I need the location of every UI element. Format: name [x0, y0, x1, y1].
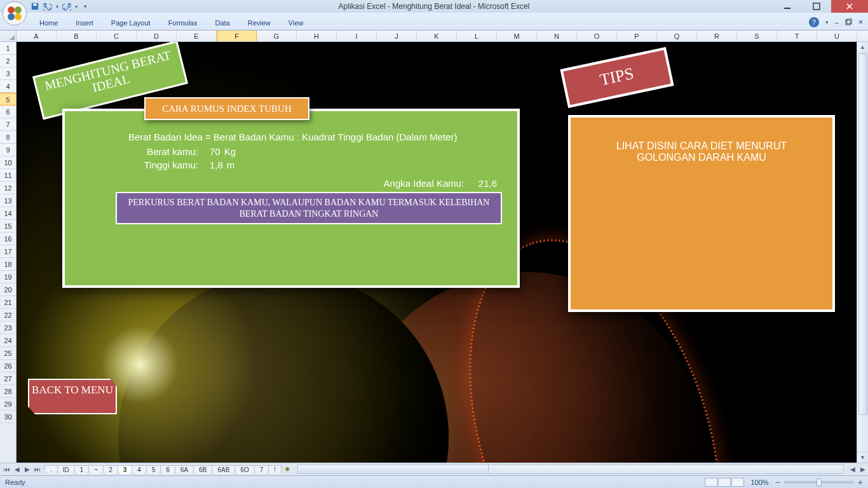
hscroll-thumb[interactable]: [298, 465, 489, 473]
row-header[interactable]: 8: [0, 131, 16, 144]
row-header[interactable]: 17: [0, 245, 16, 258]
row-header[interactable]: 2: [0, 55, 16, 67]
column-header[interactable]: T: [777, 30, 817, 41]
vertical-scrollbar[interactable]: ▲ ▼: [857, 42, 868, 463]
sheet-tab[interactable]: 5: [146, 465, 161, 474]
sheet-tab[interactable]: 6AB: [212, 465, 235, 474]
redo-icon[interactable]: [62, 2, 71, 11]
ribbon-tab-insert[interactable]: Insert: [67, 17, 102, 30]
select-all-button[interactable]: [0, 30, 17, 41]
sheet-nav-next-icon[interactable]: ▶: [23, 466, 32, 473]
row-header[interactable]: 28: [0, 385, 16, 398]
mdi-close-icon[interactable]: ×: [858, 18, 863, 27]
horizontal-scrollbar[interactable]: [297, 464, 844, 474]
page-break-view-button[interactable]: [731, 478, 744, 487]
column-header[interactable]: P: [617, 30, 657, 41]
mdi-restore-icon[interactable]: [845, 18, 852, 27]
column-header[interactable]: G: [257, 30, 297, 41]
insert-sheet-icon[interactable]: ✸: [285, 466, 290, 473]
column-header[interactable]: M: [497, 30, 537, 41]
ribbon-tab-home[interactable]: Home: [31, 17, 67, 30]
column-header[interactable]: D: [137, 30, 177, 41]
row-header[interactable]: 4: [0, 80, 16, 93]
row-header[interactable]: 27: [0, 372, 16, 385]
row-header[interactable]: 15: [0, 220, 16, 233]
save-icon[interactable]: [31, 2, 39, 11]
page-layout-view-button[interactable]: [718, 478, 731, 487]
sheet-tab[interactable]: .: [44, 465, 58, 474]
row-header[interactable]: 18: [0, 258, 16, 271]
normal-view-button[interactable]: [705, 478, 717, 487]
row-header[interactable]: 9: [0, 144, 16, 156]
weight-value[interactable]: 70: [210, 145, 220, 158]
cell-canvas[interactable]: MENGHITUNG BERAT IDEAL CARA RUMUS INDEX …: [17, 42, 868, 463]
close-button[interactable]: [831, 0, 868, 13]
ribbon-tab-review[interactable]: Review: [239, 17, 280, 30]
qat-customize-icon[interactable]: ▾: [84, 3, 87, 10]
maximize-button[interactable]: [802, 0, 831, 13]
back-to-menu-button[interactable]: BACK TO MENU: [28, 379, 117, 414]
row-header[interactable]: 7: [0, 118, 16, 131]
row-header[interactable]: 23: [0, 322, 16, 334]
sheet-tab[interactable]: 7: [254, 465, 269, 474]
redo-dropdown-icon[interactable]: ▾: [75, 4, 78, 10]
ribbon-tab-page-layout[interactable]: Page Layout: [102, 17, 159, 30]
ribbon-tab-view[interactable]: View: [280, 17, 313, 30]
row-header[interactable]: 6: [0, 105, 16, 118]
column-header[interactable]: L: [457, 30, 497, 41]
hscroll-right-icon[interactable]: ▶: [858, 466, 868, 473]
office-button[interactable]: [3, 1, 27, 25]
sheet-tab[interactable]: 1: [74, 465, 90, 474]
sheet-tab[interactable]: 6B: [193, 465, 212, 474]
zoom-percent[interactable]: 100%: [750, 478, 768, 486]
mdi-minimize-icon[interactable]: –: [835, 18, 839, 26]
scroll-down-icon[interactable]: ▼: [857, 452, 868, 463]
sheet-tab[interactable]: 6: [160, 465, 175, 474]
sheet-tab[interactable]: 6O: [234, 465, 254, 474]
column-header[interactable]: B: [57, 30, 97, 41]
row-header[interactable]: 24: [0, 334, 16, 347]
column-header[interactable]: A: [17, 30, 57, 41]
row-header[interactable]: 10: [0, 156, 16, 169]
row-header[interactable]: 20: [0, 283, 16, 296]
column-header[interactable]: I: [337, 30, 377, 41]
sheet-nav-prev-icon[interactable]: ◀: [13, 466, 22, 473]
row-header[interactable]: 29: [0, 398, 16, 410]
column-header[interactable]: Q: [657, 30, 697, 41]
zoom-in-icon[interactable]: +: [858, 477, 863, 487]
help-icon[interactable]: ?: [809, 17, 819, 27]
row-header[interactable]: 3: [0, 67, 16, 80]
zoom-out-icon[interactable]: −: [775, 477, 780, 487]
row-header[interactable]: 11: [0, 169, 16, 182]
row-header[interactable]: 14: [0, 207, 16, 220]
sheet-tab[interactable]: ~: [88, 465, 104, 474]
undo-dropdown-icon[interactable]: ▾: [56, 4, 58, 10]
ribbon-tab-data[interactable]: Data: [206, 17, 238, 30]
sheet-tab[interactable]: 3: [118, 465, 133, 474]
column-header[interactable]: S: [737, 30, 777, 41]
sheet-tab[interactable]: 2: [103, 465, 118, 474]
row-header[interactable]: 22: [0, 309, 16, 322]
scroll-thumb[interactable]: [858, 53, 867, 415]
zoom-track[interactable]: [784, 481, 854, 484]
height-value[interactable]: 1,8: [210, 158, 223, 172]
column-header[interactable]: U: [817, 30, 857, 41]
column-header[interactable]: J: [377, 30, 417, 41]
column-header[interactable]: N: [537, 30, 577, 41]
sheet-tab[interactable]: !: [268, 465, 281, 474]
row-header[interactable]: 13: [0, 194, 16, 207]
column-header[interactable]: E: [177, 30, 217, 41]
scroll-up-icon[interactable]: ▲: [857, 42, 868, 53]
row-header[interactable]: 1: [0, 42, 16, 55]
column-header[interactable]: R: [697, 30, 737, 41]
sheet-tab[interactable]: ID: [57, 465, 75, 474]
row-header[interactable]: 26: [0, 360, 16, 372]
hscroll-left-icon[interactable]: ◀: [848, 466, 858, 473]
row-header[interactable]: 12: [0, 182, 16, 194]
row-header[interactable]: 21: [0, 296, 16, 309]
column-header[interactable]: H: [297, 30, 337, 41]
tips-card[interactable]: LIHAT DISINI CARA DIET MENURUT GOLONGAN …: [568, 115, 835, 312]
row-header[interactable]: 16: [0, 233, 16, 245]
column-header[interactable]: K: [417, 30, 457, 41]
row-header[interactable]: 30: [0, 410, 16, 423]
